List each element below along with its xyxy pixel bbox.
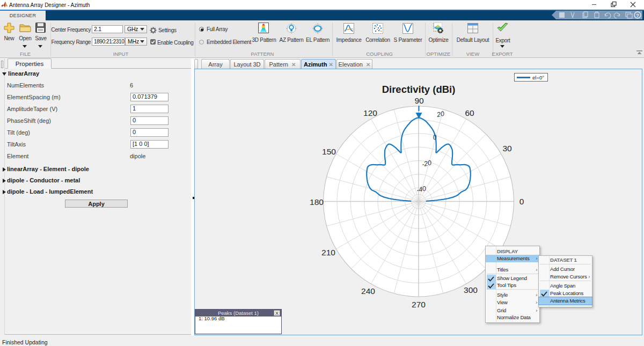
svg-text:30: 30 xyxy=(502,144,512,153)
svg-text:120: 120 xyxy=(363,108,377,117)
svg-text:300: 300 xyxy=(464,285,478,295)
svg-text:270: 270 xyxy=(412,300,426,309)
svg-text:0: 0 xyxy=(519,197,524,206)
svg-text:90: 90 xyxy=(414,96,424,105)
svg-text:240: 240 xyxy=(361,286,375,296)
svg-text:180: 180 xyxy=(310,197,324,207)
svg-text:?: ? xyxy=(636,13,639,18)
svg-text:60: 60 xyxy=(465,108,474,117)
svg-text:Directivity (dBi): Directivity (dBi) xyxy=(382,84,456,95)
svg-text:150: 150 xyxy=(322,147,336,156)
svg-text:210: 210 xyxy=(321,248,335,257)
